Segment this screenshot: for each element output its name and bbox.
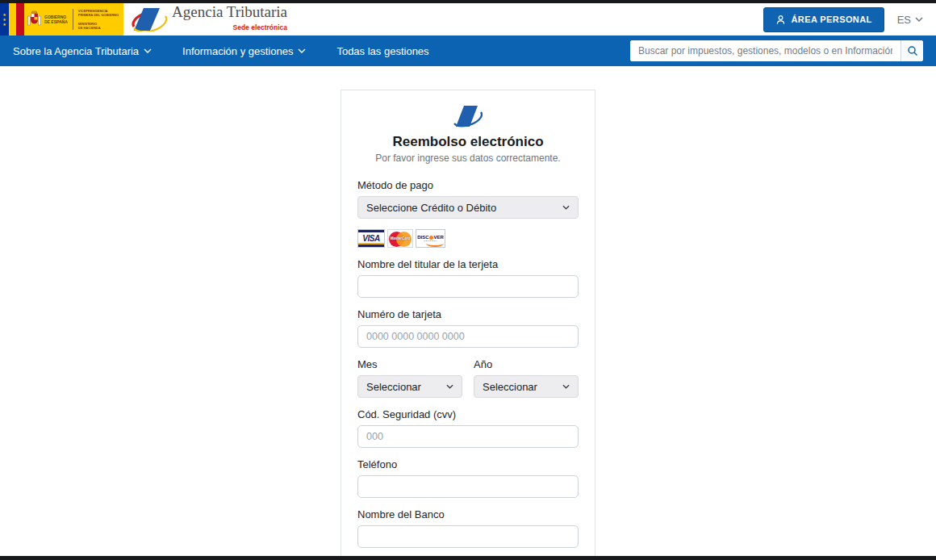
mastercard-logo-icon: MasterCard	[387, 229, 413, 248]
cvv-input[interactable]	[357, 425, 579, 448]
chevron-down-icon	[562, 205, 570, 210]
government-logo: ★★★ GOBIERNO DE ESPAÑA VICEPRESIDENCIA P…	[0, 3, 123, 36]
main-navigation: Sobre la Agencia Tributaria Información …	[0, 36, 936, 66]
sede-electronica-label: Sede electrónica	[172, 20, 287, 36]
site-header: ★★★ GOBIERNO DE ESPAÑA VICEPRESIDENCIA P…	[0, 3, 936, 36]
spain-flag-yellow-stripe	[9, 3, 16, 36]
form-subtitle: Por favor ingrese sus datos correctament…	[357, 153, 579, 164]
search-button[interactable]	[900, 40, 923, 61]
page-body: Reembolso electrónico Por favor ingrese …	[0, 66, 936, 560]
bank-name-input[interactable]	[357, 525, 579, 548]
nav-item-sobre-la-agencia[interactable]: Sobre la Agencia Tributaria	[13, 45, 152, 57]
gobierno-de-espana-block: GOBIERNO DE ESPAÑA VICEPRESIDENCIA PRIME…	[24, 3, 123, 36]
form-logo	[357, 105, 579, 127]
visa-logo-icon: VISA	[357, 229, 385, 248]
bottom-dark-bar	[0, 556, 936, 560]
bank-name-label: Nombre del Banco	[357, 508, 579, 521]
eu-flag-icon: ★★★	[0, 3, 9, 36]
spain-flag-red-stripe	[16, 3, 24, 36]
area-personal-button[interactable]: ÁREA PERSONAL	[763, 7, 884, 32]
expiry-year-select[interactable]: Seleccionar	[474, 375, 579, 398]
gov-logo-divider	[73, 9, 73, 30]
payment-method-select[interactable]: Seleccione Crédito o Débito	[357, 196, 579, 219]
discover-o-icon	[429, 236, 433, 240]
form-title: Reembolso electrónico	[357, 134, 579, 150]
cvv-label: Cód. Seguridad (cvv)	[357, 408, 579, 421]
card-number-input[interactable]	[357, 325, 579, 348]
expiry-year-label: Año	[474, 358, 579, 371]
agencia-tributaria-emblem-icon	[453, 105, 483, 127]
chevron-down-icon	[915, 17, 923, 22]
chevron-down-icon	[298, 48, 306, 53]
discover-logo-icon: DISC VER NETWORK	[416, 229, 445, 248]
search-icon	[907, 45, 918, 56]
accepted-cards: VISA MasterCard DISC VER NETWORK	[357, 229, 579, 248]
language-selector[interactable]: ES	[897, 14, 923, 26]
chevron-down-icon	[144, 48, 152, 53]
card-number-label: Numéro de tarjeta	[357, 308, 579, 321]
gobierno-text: GOBIERNO DE ESPAÑA	[44, 15, 68, 24]
cardholder-name-label: Nombre del titular de la terjeta	[357, 258, 579, 271]
nav-item-todas-las-gestiones[interactable]: Todas las gestiones	[336, 45, 428, 57]
site-search	[630, 40, 923, 61]
phone-label: Teléfono	[357, 458, 579, 471]
agencia-tributaria-logo: Agencia Tributaria Sede electrónica	[132, 4, 287, 36]
payment-method-label: Método de pago	[357, 179, 579, 192]
spain-coat-of-arms-icon	[27, 10, 41, 28]
person-icon	[775, 15, 786, 25]
ministry-text: VICEPRESIDENCIA PRIMERA DEL GOBIERNO MIN…	[78, 9, 119, 30]
agencia-tributaria-emblem-icon	[132, 7, 167, 31]
discover-swoosh-icon	[426, 240, 444, 247]
chevron-down-icon	[562, 384, 570, 389]
search-input[interactable]	[630, 40, 900, 61]
refund-form-card: Reembolso electrónico Por favor ingrese …	[341, 90, 595, 560]
phone-input[interactable]	[357, 475, 579, 498]
cardholder-name-input[interactable]	[357, 275, 579, 298]
nav-item-informacion-y-gestiones[interactable]: Información y gestiones	[182, 45, 306, 57]
expiry-month-label: Mes	[357, 358, 462, 371]
agencia-tributaria-wordmark: Agencia Tributaria Sede electrónica	[172, 4, 287, 36]
expiry-month-select[interactable]: Seleccionar	[357, 375, 462, 398]
chevron-down-icon	[446, 384, 453, 389]
